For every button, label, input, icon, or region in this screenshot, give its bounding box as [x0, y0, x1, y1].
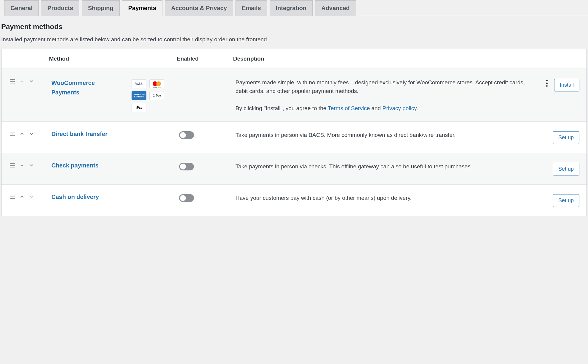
page-description: Installed payment methods are listed bel…: [1, 36, 587, 43]
enable-toggle[interactable]: [179, 194, 194, 202]
move-up-icon[interactable]: [19, 131, 25, 137]
method-link-cash-on-delivery[interactable]: Cash on delivery: [51, 194, 99, 200]
method-description: Take payments in person via BACS. More c…: [235, 132, 456, 138]
visa-icon: VISA: [132, 79, 146, 88]
tab-integration[interactable]: Integration: [270, 0, 313, 16]
move-up-icon[interactable]: [19, 163, 25, 168]
page-title: Payment methods: [1, 23, 587, 31]
more-options-icon[interactable]: [545, 79, 549, 88]
drag-handle-icon[interactable]: [10, 163, 15, 167]
table-row: Cash on delivery Have your customers pay…: [1, 184, 587, 216]
enable-toggle[interactable]: [179, 163, 194, 170]
move-up-icon: [19, 79, 25, 84]
table-row: WooCommerce Payments VISA mastercard AME…: [1, 69, 587, 121]
mastercard-icon: mastercard: [149, 79, 164, 88]
tab-advanced[interactable]: Advanced: [315, 0, 356, 16]
column-description: Description: [233, 49, 533, 69]
tab-shipping[interactable]: Shipping: [82, 0, 120, 16]
settings-tabs: General Products Shipping Payments Accou…: [0, 0, 588, 16]
amex-icon: AMERICANEXPRESS: [132, 91, 146, 100]
apple-pay-icon: Pay: [132, 103, 146, 112]
column-method: Method: [49, 49, 177, 69]
enable-toggle[interactable]: [179, 131, 194, 139]
move-down-icon[interactable]: [29, 131, 34, 137]
google-pay-icon: G Pay: [149, 91, 164, 100]
tab-general[interactable]: General: [4, 0, 39, 16]
move-down-icon[interactable]: [29, 79, 34, 84]
payment-badges: VISA mastercard AMERICANEXPRESS G Pay P…: [132, 79, 174, 112]
drag-handle-icon[interactable]: [10, 79, 15, 83]
payment-methods-table: Method Enabled Description WooCommerce P…: [1, 49, 587, 216]
drag-handle-icon[interactable]: [10, 195, 15, 199]
tab-payments[interactable]: Payments: [122, 0, 163, 16]
tab-products[interactable]: Products: [41, 0, 79, 16]
privacy-policy-link[interactable]: Privacy policy: [382, 105, 417, 111]
method-link-woocommerce-payments[interactable]: WooCommerce Payments: [51, 80, 95, 96]
tab-accounts-privacy[interactable]: Accounts & Privacy: [165, 0, 233, 16]
method-description: Have your customers pay with cash (or by…: [235, 195, 412, 201]
move-up-icon[interactable]: [19, 194, 25, 200]
column-enabled: Enabled: [177, 49, 233, 69]
drag-handle-icon[interactable]: [10, 132, 15, 136]
move-down-icon: [29, 194, 34, 200]
set-up-button[interactable]: Set up: [553, 131, 579, 144]
tab-emails[interactable]: Emails: [235, 0, 267, 16]
terms-of-service-link[interactable]: Terms of Service: [328, 105, 370, 111]
method-description: Take payments in person via checks. This…: [235, 163, 472, 170]
set-up-button[interactable]: Set up: [553, 194, 579, 207]
move-down-icon[interactable]: [29, 163, 34, 168]
table-row: Direct bank transfer Take payments in pe…: [1, 121, 587, 153]
table-row: Check payments Take payments in person v…: [1, 153, 587, 184]
method-link-direct-bank-transfer[interactable]: Direct bank transfer: [51, 131, 108, 137]
set-up-button[interactable]: Set up: [553, 163, 579, 175]
method-link-check-payments[interactable]: Check payments: [51, 162, 99, 169]
install-button[interactable]: Install: [554, 79, 579, 91]
method-description: Payments made simple, with no monthly fe…: [235, 79, 525, 94]
